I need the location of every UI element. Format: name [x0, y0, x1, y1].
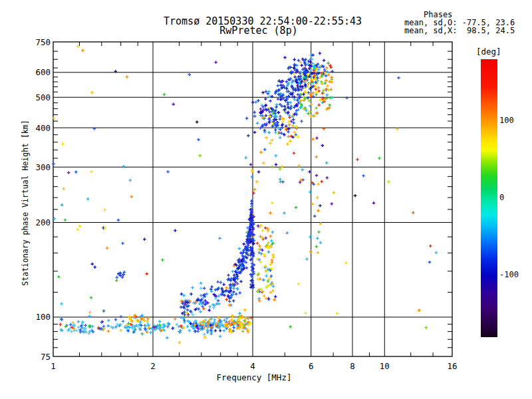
colorbar-tick-label: 100 — [499, 116, 514, 125]
colorbar-gradient — [481, 59, 497, 337]
svg-text:4: 4 — [250, 361, 255, 371]
ionogram-screen: Tromsø 20150330 22:54:00-22:55:43 RwPret… — [0, 0, 532, 399]
svg-text:2: 2 — [150, 361, 156, 371]
svg-text:6: 6 — [309, 361, 314, 371]
svg-text:500: 500 — [35, 92, 51, 102]
svg-text:1: 1 — [51, 361, 56, 371]
colorbar-tick-label: -100 — [499, 270, 519, 279]
colorbar-label: [deg] — [476, 47, 501, 57]
svg-text:300: 300 — [35, 162, 51, 172]
svg-text:8: 8 — [350, 361, 355, 371]
svg-text:400: 400 — [35, 123, 51, 133]
colorbar-tick-label: 0 — [499, 193, 504, 202]
svg-text:16: 16 — [447, 361, 457, 371]
svg-text:200: 200 — [35, 217, 51, 227]
svg-text:750: 750 — [35, 37, 51, 47]
svg-text:100: 100 — [35, 312, 51, 322]
svg-text:75: 75 — [41, 352, 51, 362]
ionogram-plot: 12468101675100200300400500600750 — [0, 0, 532, 399]
svg-text:600: 600 — [35, 67, 51, 77]
svg-text:10: 10 — [380, 361, 390, 371]
